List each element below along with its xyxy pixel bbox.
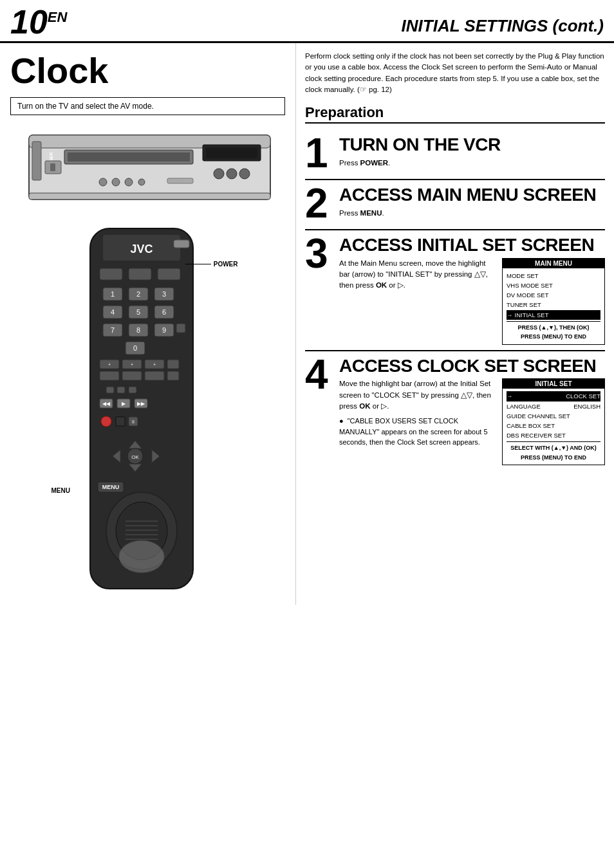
step-1-text: Press POWER. — [339, 158, 605, 169]
svg-text:+: + — [130, 362, 133, 367]
step-4-content: ACCESS CLOCK SET SCREEN Move the highlig… — [339, 354, 605, 470]
svg-text:2: 2 — [136, 290, 140, 298]
svg-point-67 — [101, 416, 111, 427]
remote-svg: JVC 1 2 3 4 5 — [64, 222, 219, 595]
vcr-svg: POWER — [26, 125, 277, 209]
menu-item-mode-set: MODE SET — [507, 271, 600, 281]
svg-rect-46 — [176, 324, 185, 333]
step-3-number: 3 — [305, 233, 334, 345]
menu-label-text: MENU — [51, 487, 70, 494]
step-2-content: ACCESS MAIN MENU SCREEN Press MENU. — [339, 183, 605, 224]
page-number-value: 10 — [10, 3, 48, 41]
svg-text:◀◀: ◀◀ — [102, 401, 111, 407]
svg-text:II: II — [132, 420, 135, 424]
svg-point-16 — [239, 169, 250, 179]
step-4-inner: Move the highlight bar (arrow) at the In… — [339, 378, 605, 469]
remote-area: POWER MENU JVC — [10, 222, 285, 597]
step-2-text-before: Press — [339, 209, 360, 217]
step-2-text: Press MENU. — [339, 208, 605, 219]
svg-text:4: 4 — [110, 308, 114, 316]
step-1-bold: POWER — [360, 159, 388, 167]
svg-rect-68 — [116, 417, 125, 426]
page-header: 10EN INITIAL SETTINGS (cont.) — [0, 0, 614, 43]
svg-point-14 — [214, 169, 224, 179]
guide-label: GUIDE CHANNEL SET — [507, 411, 570, 421]
preparation-title: Preparation — [305, 104, 605, 124]
initial-set-row-cable: CABLE BOX SET — [507, 421, 600, 430]
svg-rect-24 — [129, 268, 151, 280]
page-suffix: EN — [48, 9, 68, 25]
initial-set-body: CLOCK SET LANGUAGE ENGLISH GUIDE CHANNEL… — [503, 389, 604, 465]
svg-text:5: 5 — [136, 308, 140, 316]
step-1-heading: TURN ON THE VCR — [339, 135, 605, 155]
initial-set-row-clock: CLOCK SET — [507, 391, 600, 401]
step-3-content: ACCESS INITIAL SET SCREEN At the Main Me… — [339, 233, 605, 345]
initial-set-title: INITIAL SET — [503, 379, 604, 389]
intro-text: Perform clock setting only if the clock … — [305, 51, 605, 95]
step-2-number: 2 — [305, 183, 334, 224]
remote-power-label: POWER — [185, 261, 238, 268]
step-4-text: Move the highlight bar (arrow) at the In… — [339, 378, 497, 469]
initial-set-row-language: LANGUAGE ENGLISH — [507, 402, 600, 411]
menu-item-tuner-set: TUNER SET — [507, 300, 600, 309]
left-column: Clock Turn on the TV and select the AV m… — [0, 43, 296, 605]
svg-rect-2 — [32, 142, 41, 180]
svg-text:▶: ▶ — [122, 401, 126, 407]
step-2-heading: ACCESS MAIN MENU SCREEN — [339, 185, 605, 205]
instruction-box: Turn on the TV and select the AV mode. — [10, 97, 285, 115]
step-4-number: 4 — [305, 354, 334, 470]
svg-rect-17 — [167, 178, 193, 183]
initial-set-panel: INITIAL SET CLOCK SET LANGUAGE ENGLISH — [502, 378, 605, 465]
dbs-label: DBS RECEIVER SET — [507, 430, 566, 440]
svg-rect-9 — [206, 147, 257, 158]
svg-rect-53 — [167, 360, 179, 369]
svg-text:+: + — [107, 362, 110, 367]
vcr-diagram: POWER — [26, 125, 270, 209]
step-2-bold: MENU — [360, 209, 382, 217]
step-1-text-after: . — [388, 159, 390, 167]
step-3-heading: ACCESS INITIAL SET SCREEN — [339, 235, 605, 255]
header-title: INITIAL SETTINGS (cont.) — [402, 16, 604, 39]
initial-set-row-dbs: DBS RECEIVER SET — [507, 430, 600, 440]
svg-text:6: 6 — [162, 308, 165, 316]
cable-label: CABLE BOX SET — [507, 421, 555, 430]
svg-rect-58 — [106, 387, 114, 393]
step-2: 2 ACCESS MAIN MENU SCREEN Press MENU. — [305, 180, 605, 230]
main-menu-title: MAIN MENU — [503, 259, 604, 268]
svg-point-12 — [125, 178, 133, 186]
step-3-inner: At the Main Menu screen, move the highli… — [339, 258, 605, 345]
menu-item-initial-set: INITIAL SET — [507, 310, 600, 320]
remote-wrapper: POWER MENU JVC — [64, 222, 232, 597]
svg-rect-59 — [117, 387, 125, 393]
svg-text:+: + — [153, 362, 155, 367]
menu-item-dv-mode-set: DV MODE SET — [507, 290, 600, 300]
svg-text:OK: OK — [131, 454, 139, 460]
svg-text:▶▶: ▶▶ — [137, 401, 145, 407]
svg-rect-54 — [100, 371, 119, 380]
svg-text:0: 0 — [133, 344, 136, 352]
main-menu-footer: PRESS (▲,▼), THEN (OK)PRESS (MENU) TO EN… — [507, 321, 600, 342]
step-1: 1 TURN ON THE VCR Press POWER. — [305, 130, 605, 180]
svg-text:3: 3 — [162, 290, 165, 298]
initial-set-footer: SELECT WITH (▲,▼) AND (OK)PRESS (MENU) T… — [507, 441, 600, 462]
main-menu-panel: MAIN MENU MODE SET VHS MODE SET DV MODE … — [502, 258, 605, 345]
main-menu-body: MODE SET VHS MODE SET DV MODE SET TUNER … — [503, 268, 604, 344]
svg-rect-25 — [158, 268, 180, 280]
svg-text:9: 9 — [162, 326, 165, 334]
svg-rect-56 — [145, 371, 164, 380]
cable-note: "CABLE BOX USERS SET CLOCK MANUALLY" app… — [339, 416, 497, 448]
svg-text:JVC: JVC — [130, 243, 153, 255]
svg-rect-7 — [50, 163, 55, 171]
svg-rect-22 — [174, 240, 189, 248]
step-3-text: At the Main Menu screen, move the highli… — [339, 258, 497, 345]
instruction-text: Turn on the TV and select the AV mode. — [17, 102, 154, 111]
language-label: LANGUAGE — [507, 402, 541, 411]
initial-set-row-guide: GUIDE CHANNEL SET — [507, 411, 600, 421]
svg-rect-5 — [68, 152, 190, 162]
svg-text:7: 7 — [110, 326, 114, 334]
svg-point-13 — [138, 179, 145, 185]
power-label-text: POWER — [214, 261, 238, 268]
svg-rect-60 — [129, 387, 136, 393]
main-layout: Clock Turn on the TV and select the AV m… — [0, 43, 614, 605]
language-value: ENGLISH — [573, 402, 600, 411]
